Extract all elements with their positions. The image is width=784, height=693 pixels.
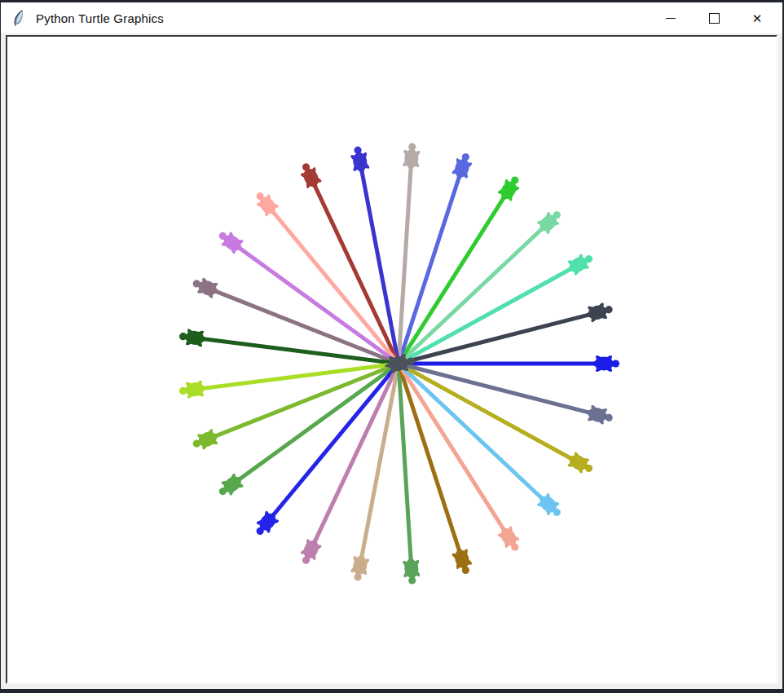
window-title: Python Turtle Graphics [36,11,164,25]
close-icon: ✕ [752,12,763,24]
turtle-tan [347,550,372,583]
turtle-orchid [214,226,249,259]
turtle-graphics-window: Python Turtle Graphics ✕ [1,2,782,689]
turtle-green-yellow [178,378,210,401]
turtle-scene-svg [7,37,776,682]
turtle-slate-gray [582,402,615,428]
close-button[interactable]: ✕ [738,2,776,33]
turtle-pale-violet [296,533,326,568]
turtle-canvas[interactable] [6,35,777,684]
tk-feather-icon [11,9,26,27]
turtle-yellow-green [190,425,224,454]
turtle-royal-blue [448,150,476,184]
turtle-dark-goldenrod [448,543,476,577]
turtle-blue-violet [347,144,372,177]
turtle-dark-slate [582,299,615,325]
turtle-brown-red [296,160,326,195]
canvas-frame [6,35,777,684]
turtle-olive-yellow [562,448,597,479]
turtle-aquamarine [562,249,597,280]
turtle-salmon [493,520,526,555]
turtle-lime-green [493,172,526,207]
maximize-button[interactable] [695,2,733,33]
turtle-dark-green [178,326,210,349]
turtle-medium-green [214,468,249,501]
turtle-mauve-gray [190,273,224,302]
turtle-medium-sea-green [401,554,422,585]
turtle-blue [590,354,619,373]
titlebar[interactable]: Python Turtle Graphics ✕ [1,2,782,33]
minimize-button[interactable] [652,2,689,33]
minimize-icon [666,18,676,19]
turtle-warm-gray [401,143,422,174]
maximize-icon [709,13,720,24]
spoke-line-blue-violet [361,167,399,364]
spoke-line-tan [361,364,399,560]
